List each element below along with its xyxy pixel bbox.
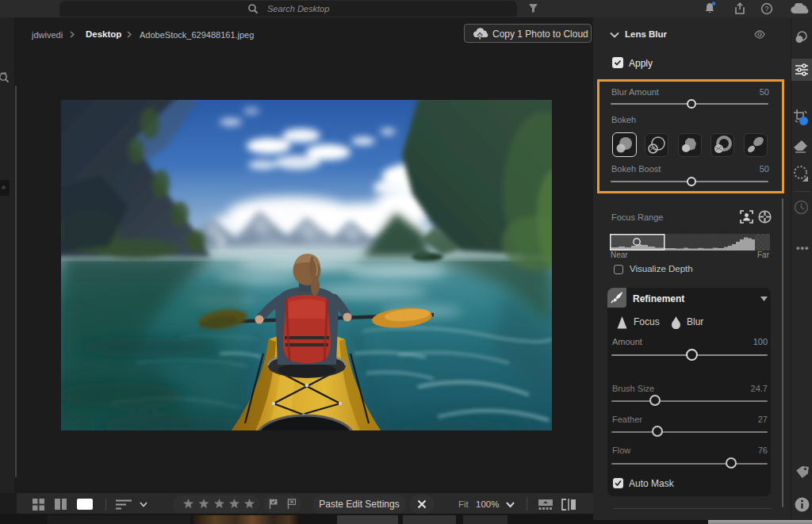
svg-text:?: ?: [764, 5, 768, 13]
